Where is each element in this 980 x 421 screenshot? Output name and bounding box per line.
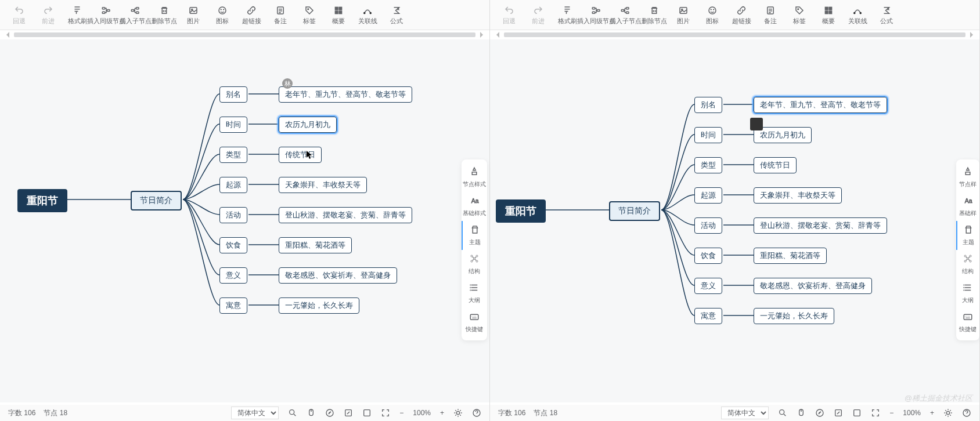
category-node[interactable]: 时间 [694,127,722,143]
intro-node[interactable]: 节日简介 [131,191,182,210]
fit-icon[interactable] [852,408,862,418]
toolbar-note[interactable]: 备注 [266,2,295,28]
palette-structure[interactable]: 结构 [462,250,487,279]
toolbar-link[interactable]: 超链接 [727,2,756,28]
mindmap-canvas[interactable]: 重阳节节日简介别名老年节、重九节、登高节、敬老节等时间农历九月初九类型传统节日起… [0,39,489,402]
toolbar-tag[interactable]: 标签 [295,2,324,28]
compass-icon[interactable] [815,408,824,418]
category-node[interactable]: 寓意 [219,297,247,314]
horizontal-scrollbar[interactable] [490,30,979,39]
value-node[interactable]: 登山秋游、摆敬老宴、赏菊、辞青等 [279,207,412,223]
category-node[interactable]: 别名 [694,97,722,113]
category-node[interactable]: 起源 [694,187,722,204]
toolbar-redo[interactable]: 前进 [34,2,63,28]
category-node[interactable]: 类型 [219,147,247,163]
value-node[interactable]: 一元肇始，长久长寿 [279,297,359,314]
category-node[interactable]: 类型 [694,157,722,173]
value-node[interactable]: 登山秋游、摆敬老宴、赏菊、辞青等 [754,217,887,234]
toolbar-image[interactable]: 图片 [179,2,208,28]
horizontal-scrollbar[interactable] [0,30,489,39]
palette-theme[interactable]: 主题 [956,221,979,250]
toolbar-assoc[interactable]: 关联线 [353,2,382,28]
toolbar-note[interactable]: 备注 [756,2,785,28]
zoom-out[interactable]: − [889,409,893,417]
value-node[interactable]: 重阳糕、菊花酒等 [754,248,827,264]
fullscreen-icon[interactable] [871,408,880,418]
value-node[interactable]: 天象崇拜、丰收祭天等 [279,177,367,193]
toolbar-redo[interactable]: 前进 [524,2,553,28]
toolbar-child[interactable]: 插入子节点 [121,2,150,28]
intro-node[interactable]: 节日简介 [609,201,660,221]
fit-icon[interactable] [362,408,372,418]
zoom-in[interactable]: + [930,409,934,417]
toolbar-icon[interactable]: 图标 [208,2,237,28]
toolbar-image[interactable]: 图片 [669,2,698,28]
palette-outline[interactable]: 大纲 [956,279,979,308]
toolbar-formula[interactable]: x公式 [872,2,901,28]
value-node[interactable]: 传统节日 [754,157,797,173]
value-node[interactable]: 敬老感恩、饮宴祈寿、登高健身 [279,267,397,284]
root-node[interactable]: 重阳节 [496,199,546,223]
category-node[interactable]: 意义 [219,267,247,284]
toolbar-icon[interactable]: 图标 [698,2,727,28]
fullscreen-icon[interactable] [381,408,390,418]
palette-outline[interactable]: 大纲 [462,279,487,308]
edit-icon[interactable] [834,408,843,418]
root-node[interactable]: 重阳节 [17,189,67,212]
toolbar-delnode[interactable]: 删除节点 [640,2,669,28]
toolbar-undo[interactable]: 回退 [495,2,524,28]
help-icon[interactable] [472,408,481,418]
mindmap-canvas[interactable]: 重阳节节日简介别名老年节、重九节、登高节、敬老节等时间农历九月初九类型传统节日起… [490,39,979,402]
category-node[interactable]: 时间 [219,117,247,133]
palette-nodestyle[interactable]: 节点样式 [462,163,487,192]
theme-toggle-icon[interactable] [943,408,953,418]
help-icon[interactable] [962,408,971,418]
search-icon[interactable] [778,408,787,418]
search-icon[interactable] [288,408,297,418]
toolbar-summary[interactable]: 概要 [814,2,843,28]
edit-icon[interactable] [344,408,353,418]
toolbar-delnode[interactable]: 删除节点 [150,2,179,28]
zoom-out[interactable]: − [399,409,403,417]
value-node[interactable]: 重阳糕、菊花酒等 [279,237,352,253]
value-node[interactable]: 传统节日 [279,147,322,163]
toolbar-sibling[interactable]: 插入同级节点 [582,2,611,28]
zoom-in[interactable]: + [440,409,444,417]
palette-structure[interactable]: 结构 [956,250,979,279]
palette-theme[interactable]: 主题 [462,221,487,250]
language-select[interactable]: 简体中文 [231,407,279,419]
palette-basestyle[interactable]: Aa基础样 [956,192,979,221]
toolbar-undo[interactable]: 回退 [5,2,34,28]
toolbar-child[interactable]: 插入子节点 [611,2,640,28]
palette-nodestyle[interactable]: 节点样 [956,163,979,192]
category-node[interactable]: 饮食 [219,237,247,253]
toolbar-formula[interactable]: x公式 [382,2,411,28]
mouse-icon[interactable] [307,408,316,418]
palette-shortcut[interactable]: 快捷键 [956,308,979,337]
toolbar-summary[interactable]: 概要 [324,2,353,28]
toolbar-sibling[interactable]: 插入同级节点 [92,2,121,28]
value-node[interactable]: 一元肇始，长久长寿 [754,308,834,324]
value-node[interactable]: 老年节、重九节、登高节、敬老节等 [279,86,412,103]
category-node[interactable]: 意义 [694,278,722,294]
category-node[interactable]: 活动 [694,217,722,234]
value-node[interactable]: 老年节、重九节、登高节、敬老节等 [754,97,887,113]
palette-shortcut[interactable]: 快捷键 [462,308,487,337]
svg-rect-66 [964,314,972,320]
value-node[interactable]: 天象崇拜、丰收祭天等 [754,187,842,204]
value-node[interactable]: 农历九月初九 [279,117,337,133]
category-node[interactable]: 寓意 [694,308,722,324]
mouse-icon[interactable] [797,408,806,418]
value-node[interactable]: 敬老感恩、饮宴祈寿、登高健身 [754,278,872,294]
toolbar-link[interactable]: 超链接 [237,2,266,28]
compass-icon[interactable] [325,408,334,418]
theme-toggle-icon[interactable] [453,408,463,418]
category-node[interactable]: 活动 [219,207,247,223]
toolbar-assoc[interactable]: 关联线 [843,2,872,28]
language-select[interactable]: 简体中文 [721,407,769,419]
category-node[interactable]: 起源 [219,177,247,193]
palette-basestyle[interactable]: Aa基础样式 [462,192,487,221]
toolbar-tag[interactable]: 标签 [785,2,814,28]
category-node[interactable]: 别名 [219,86,247,103]
category-node[interactable]: 饮食 [694,248,722,264]
